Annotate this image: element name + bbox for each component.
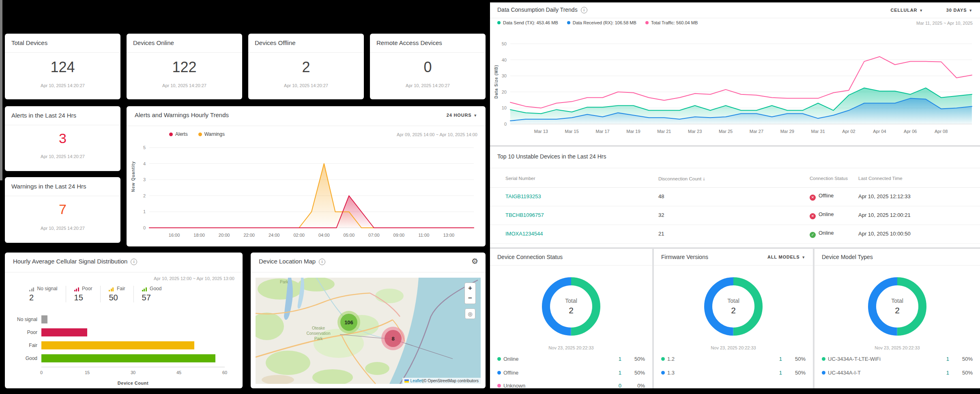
legend-label: Online: [503, 356, 519, 362]
stat-card-remote-access: Remote Access Devices 0 Apr 10, 2025 14:…: [370, 34, 486, 99]
alerts-24h-card: Alerts in the Last 24 Hrs 3 Apr 10, 2025…: [5, 106, 120, 171]
legend-label: Unknown: [503, 383, 525, 389]
range-selector-dropdown[interactable]: 30 DAYS▼: [946, 8, 973, 13]
svg-text:20:00: 20:00: [219, 233, 230, 238]
svg-text:02:00: 02:00: [293, 233, 305, 238]
legend-value: 1: [933, 356, 949, 362]
legend-percent: 0%: [621, 383, 645, 389]
svg-text:Mar 15: Mar 15: [565, 129, 579, 134]
cluster-count: 8: [385, 330, 402, 347]
map-attribution: Leaflet | © OpenStreetMap contributors: [402, 378, 481, 384]
total-value: 2: [895, 306, 900, 315]
donut-legend-row: Online 1 50%: [497, 356, 645, 362]
legend-item-warnings[interactable]: Warnings: [198, 131, 225, 137]
alerts-warnings-line-chart: 01234516:0018:0020:0022:0024:0002:0004:0…: [130, 141, 482, 244]
svg-text:22:00: 22:00: [243, 233, 255, 238]
signal-bar-chart: No signalPoorFairGood015304560Device Cou…: [11, 313, 237, 386]
legend-label: Poor: [82, 286, 92, 291]
chevron-down-icon: ▼: [473, 113, 477, 118]
legend-item-rx[interactable]: Data Received (RX): 106.58 MB: [567, 20, 636, 25]
cluster-marker-green[interactable]: 106: [337, 311, 360, 334]
signal-bars-icon: [142, 287, 148, 291]
svg-text:Apr 04: Apr 04: [873, 129, 886, 134]
legend-label: Data Send (TX): 453.46 MB: [503, 20, 558, 25]
svg-text:2: 2: [143, 193, 146, 198]
bar-no-signal: [41, 315, 47, 323]
legend-item-total[interactable]: Total Traffic: 560.04 MB: [645, 20, 698, 25]
divider: [5, 52, 120, 53]
disconnection-count: 21: [658, 231, 664, 237]
svg-text:Mar 31: Mar 31: [811, 129, 825, 134]
map-zoom-in-button[interactable]: +: [464, 283, 476, 294]
legend-dot: [497, 357, 501, 361]
interface-selector-label: CELLULAR: [891, 8, 918, 13]
legend-dot: [497, 371, 501, 375]
osm-attribution-link[interactable]: © OpenStreetMap contributors: [423, 379, 479, 383]
legend-item-tx[interactable]: Data Send (TX): 453.46 MB: [497, 20, 558, 25]
alerts-card-title: Alerts in the Last 24 Hrs: [11, 112, 76, 119]
svg-text:09:00: 09:00: [393, 233, 405, 238]
svg-text:11:00: 11:00: [419, 233, 430, 238]
legend-label: Fair: [117, 286, 125, 291]
legend-value: 1: [766, 370, 782, 376]
svg-text:Mar 17: Mar 17: [595, 129, 609, 134]
svg-text:Mar 13: Mar 13: [534, 129, 548, 134]
legend-item-poor: Poor 15: [66, 286, 101, 302]
serial-number-link[interactable]: TBCHB1096757: [505, 212, 544, 218]
svg-text:04:00: 04:00: [318, 233, 330, 238]
model-filter-label: ALL MODELS: [767, 255, 799, 259]
map-locate-button[interactable]: ◎: [465, 308, 475, 319]
data-consumption-line-chart: 01020304050Mar 13Mar 15Mar 17Mar 19Mar 2…: [490, 28, 980, 147]
donut-legend-row: 1.3 1 50%: [661, 370, 806, 376]
legend-dot: [497, 384, 501, 388]
info-icon[interactable]: i: [319, 259, 325, 265]
stat-card-title: Remote Access Devices: [376, 39, 442, 46]
model-filter-dropdown[interactable]: ALL MODELS▼: [767, 255, 806, 259]
range-selector-dropdown[interactable]: 24 HOURS▼: [447, 113, 477, 118]
legend-percent: 50%: [782, 370, 806, 376]
divider: [5, 272, 243, 272]
serial-number-link[interactable]: TAIGB1193253: [505, 193, 541, 199]
info-icon[interactable]: i: [131, 259, 137, 265]
stat-card-timestamp: Apr 10, 2025 14:20:27: [248, 83, 364, 88]
legend-dot: [567, 21, 570, 24]
donut-legend-row: Offline 1 50%: [497, 370, 645, 376]
legend-value: 2: [29, 293, 58, 302]
stat-card-timestamp: Apr 10, 2025 14:20:27: [127, 83, 242, 88]
svg-text:05:00: 05:00: [344, 233, 355, 238]
svg-text:0: 0: [504, 122, 507, 126]
legend-item-alerts[interactable]: Alerts: [169, 131, 188, 137]
column-header-disconnections[interactable]: Disconnection Count ↓: [658, 176, 705, 182]
info-icon[interactable]: i: [581, 7, 587, 13]
column-header-last-connected: Last Connected Time: [858, 176, 903, 181]
range-selector-label: 30 DAYS: [946, 8, 967, 13]
legend-label: Warnings: [204, 131, 225, 137]
last-connected-time: Apr 10, 2025 10:00:50: [858, 231, 911, 237]
legend-label: UC-4434A-I-T: [828, 370, 861, 376]
warnings-24h-card: Warnings in the Last 24 Hrs 7 Apr 10, 20…: [5, 177, 120, 243]
donut-timestamp: Nov 23, 2025 20:22:33: [490, 345, 652, 350]
warnings-card-value: 7: [5, 201, 120, 217]
panel-title: Hourly Average Cellular Signal Distribut…: [13, 258, 137, 265]
bar-row: No signal: [11, 315, 237, 324]
leaflet-map[interactable]: Park Oteake Conservation Park 106 8 + − …: [256, 278, 481, 384]
divider: [490, 18, 980, 18]
status-text: Online: [819, 211, 834, 217]
warnings-card-timestamp: Apr 10, 2025 14:20:27: [5, 226, 120, 231]
firmware-versions-panel: Firmware Versions ALL MODELS▼ Total 2 No…: [654, 249, 813, 388]
svg-text:Mar 25: Mar 25: [719, 129, 733, 134]
bar-row: Poor: [11, 328, 237, 337]
leaflet-link[interactable]: Leaflet: [410, 379, 423, 383]
interface-selector-dropdown[interactable]: CELLULAR▼: [891, 8, 923, 13]
legend-label: 1.2: [667, 356, 675, 362]
svg-text:07:00: 07:00: [368, 233, 380, 238]
gear-icon[interactable]: ⚙: [471, 257, 478, 266]
legend-dot: [497, 21, 501, 24]
stat-card-total-devices: Total Devices 124 Apr 10, 2025 14:20:27: [5, 34, 120, 99]
total-label: Total: [565, 298, 577, 304]
map-zoom-out-button[interactable]: −: [464, 293, 476, 304]
chevron-down-icon: ▼: [919, 9, 923, 13]
serial-number-link[interactable]: IMOXA1234544: [505, 231, 543, 237]
cluster-marker-red[interactable]: 8: [381, 327, 405, 350]
donut-center-total: Total 2: [697, 270, 770, 343]
